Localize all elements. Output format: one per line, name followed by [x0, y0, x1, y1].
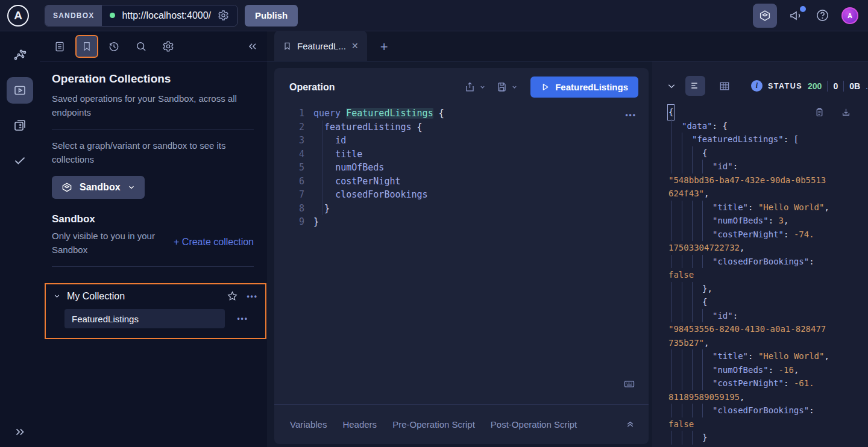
panel-hint: Select a graph/variant or sandbox to see…: [52, 139, 254, 167]
new-tab-icon[interactable]: +: [380, 40, 388, 54]
connection-settings-gear-icon[interactable]: [218, 10, 229, 21]
editor-line[interactable]: 7 closedForBookings: [286, 188, 649, 202]
editor-line[interactable]: 9}: [286, 215, 649, 229]
response-count: 0: [833, 81, 838, 91]
divider: [52, 266, 254, 267]
response-header: i STATUS 200 0 0B .: [652, 61, 868, 102]
json-view-button[interactable]: [685, 76, 705, 96]
saved-operation-item[interactable]: FeaturedListings: [64, 309, 225, 328]
panel-toolbar: [40, 31, 267, 61]
collection-row[interactable]: My Collection •••: [53, 290, 258, 302]
favorite-star-icon[interactable]: [227, 290, 238, 302]
editor-line[interactable]: 2 featuredListings {: [286, 120, 649, 134]
create-collection-link[interactable]: + Create collection: [174, 237, 254, 248]
response-line: "id":: [668, 160, 868, 173]
response-line: {: [668, 146, 868, 160]
graph-selector-label: Sandbox: [80, 182, 121, 193]
avatar[interactable]: A: [841, 7, 858, 24]
run-operation-button[interactable]: FeaturedListings: [530, 77, 638, 98]
tab-post-operation-script[interactable]: Post-Operation Script: [491, 419, 577, 430]
chevron-down-icon[interactable]: [53, 292, 61, 300]
search-icon[interactable]: [130, 35, 153, 58]
editor-line[interactable]: 4 title: [286, 148, 649, 161]
response-line: "closedForBookings":: [668, 255, 868, 269]
copy-response-icon[interactable]: [814, 107, 825, 117]
response-line: "98453556-8240-4130-a0a1-828477: [668, 322, 868, 336]
expand-footer-icon[interactable]: [625, 419, 635, 430]
studio-cube-button[interactable]: [753, 4, 777, 28]
keyboard-shortcuts-icon[interactable]: [623, 378, 635, 390]
editor-line[interactable]: 6 costPerNight: [286, 175, 649, 189]
collapse-panel-icon[interactable]: [247, 40, 259, 52]
changelog-icon[interactable]: [7, 112, 33, 139]
download-response-icon[interactable]: [841, 107, 851, 117]
editor-line[interactable]: 1query FeaturedListings {: [286, 107, 649, 120]
response-line: "title": "Hello World",: [668, 201, 868, 214]
graph-selector-button[interactable]: Sandbox: [52, 176, 145, 199]
response-json-view[interactable]: {"data": {"featuredListings": [{"id":"54…: [652, 102, 868, 447]
graph-icon[interactable]: [7, 42, 33, 69]
response-line: "costPerNight": -61.: [668, 377, 868, 390]
info-icon[interactable]: i: [751, 80, 763, 92]
main-area: FeaturedL... ✕ + Operation: [267, 31, 868, 447]
editor-line[interactable]: 8 }: [286, 202, 649, 216]
explorer-icon[interactable]: [7, 77, 33, 104]
divider: [843, 81, 844, 92]
divider: [52, 130, 254, 130]
response-line: 624f43",: [668, 187, 868, 201]
endpoint-pill: SANDBOX http://localhost:4000/: [45, 5, 237, 27]
announcements-button[interactable]: [789, 8, 804, 23]
apollo-logo-icon[interactable]: A: [7, 5, 29, 27]
run-button-label: FeaturedListings: [555, 82, 628, 92]
divider: [827, 81, 828, 92]
response-line: "title": "Hello World",: [668, 349, 868, 363]
operations-icon[interactable]: [48, 35, 71, 58]
panel-subtitle: Saved operations for your Sandbox, acros…: [52, 92, 254, 120]
expand-rail-icon[interactable]: [13, 425, 27, 439]
bookmark-icon: [283, 42, 292, 51]
endpoint-url[interactable]: http://localhost:4000/: [122, 10, 211, 21]
publish-button[interactable]: Publish: [245, 5, 298, 27]
editor-menu-icon[interactable]: •••: [625, 111, 637, 119]
response-line: "numOfBeds": -16,: [668, 363, 868, 377]
tab-headers[interactable]: Headers: [342, 419, 377, 430]
tab-featured-listings[interactable]: FeaturedL... ✕: [274, 31, 367, 61]
endpoint-url-field[interactable]: http://localhost:4000/: [102, 5, 237, 26]
collection-menu-icon[interactable]: •••: [247, 292, 258, 301]
page-title: Operation Collections: [52, 72, 254, 86]
editor-line[interactable]: 3 id: [286, 134, 649, 148]
status-code: 200: [808, 81, 822, 91]
sandbox-section-subtitle: Only visible to you in your Sandbox: [52, 230, 160, 257]
top-bar: A SANDBOX http://localhost:4000/ Publish…: [0, 0, 868, 31]
status-label: STATUS: [768, 82, 802, 90]
response-line: "548bbd36-ba47-432e-90da-0b5513: [668, 173, 868, 187]
settings-icon[interactable]: [157, 35, 180, 58]
operation-menu-icon[interactable]: •••: [237, 314, 248, 323]
share-icon: [464, 81, 476, 93]
editor-line[interactable]: 5 numOfBeds: [286, 161, 649, 175]
close-tab-icon[interactable]: ✕: [351, 41, 359, 51]
response-line: false: [668, 417, 868, 431]
chevron-down-icon[interactable]: [667, 81, 676, 91]
editor-footer: Variables Headers Pre-Operation Script P…: [274, 404, 649, 444]
tab-variables[interactable]: Variables: [290, 419, 327, 430]
share-operation-button[interactable]: [462, 81, 488, 93]
response-line: 735b27",: [668, 336, 868, 350]
left-rail: [0, 31, 40, 447]
response-latency-truncated: .: [866, 81, 868, 91]
response-line: "numOfBeds": 3,: [668, 214, 868, 228]
help-button[interactable]: [816, 8, 829, 22]
tab-pre-operation-script[interactable]: Pre-Operation Script: [392, 419, 475, 430]
bookmark-icon[interactable]: [75, 35, 98, 58]
response-line: "featuredListings": [: [668, 133, 868, 146]
response-line: }: [668, 431, 868, 445]
response-line: "data": {: [668, 119, 868, 133]
connection-status-dot: [110, 13, 115, 18]
graphql-editor[interactable]: 1query FeaturedListings {2 featuredListi…: [274, 105, 649, 404]
checks-icon[interactable]: [7, 147, 33, 173]
table-view-button[interactable]: [714, 76, 734, 96]
response-line: false: [668, 268, 868, 282]
save-operation-button[interactable]: [494, 81, 520, 93]
save-icon: [496, 81, 508, 93]
history-icon[interactable]: [102, 35, 125, 58]
